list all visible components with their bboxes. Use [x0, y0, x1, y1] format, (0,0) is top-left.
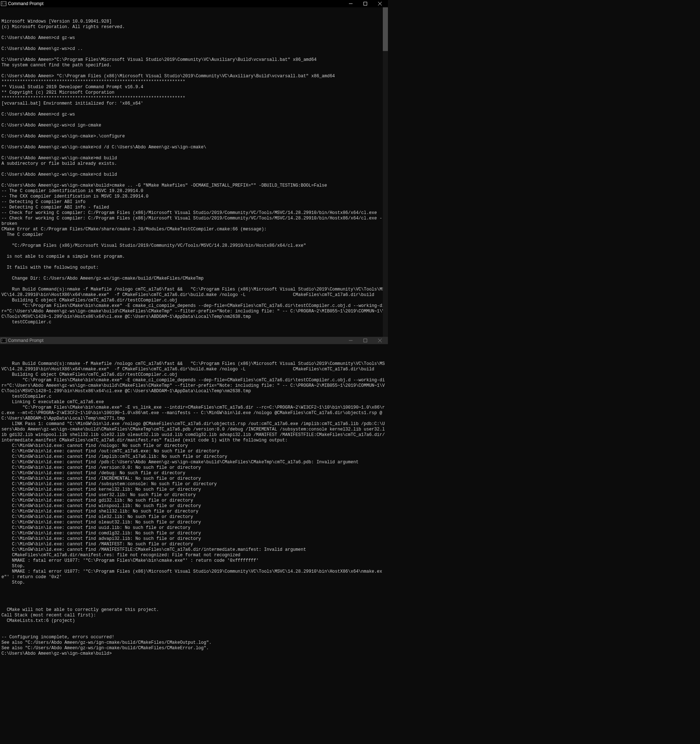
maximize-button[interactable] — [358, 0, 372, 7]
terminal-line — [1, 271, 386, 276]
terminal-line: Building C object CMakeFiles/cmTC_a17a6.… — [1, 298, 386, 303]
terminal-line: C:\Users\Abdo Ameen>cd gz-ws — [1, 112, 386, 118]
terminal-line — [1, 585, 386, 591]
scrollbar-1[interactable] — [383, 7, 388, 337]
terminal-line: "C:/Program Files (x86)/Microsoft Visual… — [1, 243, 386, 248]
terminal-line: C:\MinGW\bin\ld.exe: cannot find kernel3… — [1, 487, 386, 493]
terminal-line: "C:\Program Files\CMake\bin\cmake.exe" -… — [1, 378, 386, 394]
terminal-line: Stop. — [1, 580, 386, 585]
terminal-line: It fails with the following output: — [1, 265, 386, 271]
titlebar-2[interactable]: C:\ Command Prompt — [0, 337, 388, 344]
terminal-line: Linking C executable cmTC_a17a6.exe — [1, 400, 386, 405]
terminal-line: (c) Microsoft Corporation. All rights re… — [1, 24, 386, 30]
terminal-line: CMake Error at C:/Program Files/CMake/sh… — [1, 227, 386, 232]
terminal-line: is not able to compile a simple test pro… — [1, 254, 386, 260]
terminal-line: testCCompiler.c — [1, 394, 386, 400]
terminal-line: NMAKE : fatal error U1077: '"C:\Program … — [1, 569, 386, 580]
terminal-line: -- Check for working C compiler: C:/Prog… — [1, 210, 386, 216]
terminal-line: C:\MinGW\bin\ld.exe: cannot find user32.… — [1, 493, 386, 498]
minimize-button[interactable] — [343, 337, 358, 344]
terminal-line: C:\MinGW\bin\ld.exe: cannot find /nologo… — [1, 443, 386, 449]
terminal-line — [1, 260, 386, 265]
terminal-line: NMAKE : fatal error U1077: '"C:\Program … — [1, 558, 386, 564]
terminal-line: ** Copyright (c) 2021 Microsoft Corporat… — [1, 90, 386, 95]
terminal-line: -- Detecting C compiler ABI info - faile… — [1, 205, 386, 210]
close-button[interactable] — [372, 0, 387, 7]
terminal-line — [1, 106, 386, 112]
window-controls-2 — [343, 337, 387, 344]
terminal-line: C:\Users\Abdo Ameen\gz-ws\ign-cmake>cd b… — [1, 172, 386, 177]
terminal-line: C:\Users\Abdo Ameen\gz-ws>cd ign-cmake — [1, 123, 386, 128]
terminal-line: C:\Users\Abdo Ameen\gz-ws\ign-cmake>.\co… — [1, 134, 386, 139]
terminal-line: C:\MinGW\bin\ld.exe: cannot find /INCREM… — [1, 476, 386, 482]
cmd-icon: C:\ — [1, 338, 7, 344]
terminal-line — [1, 128, 386, 134]
window-controls-1 — [343, 0, 387, 7]
terminal-line: C:\MinGW\bin\ld.exe: cannot find /pdb:C:… — [1, 460, 386, 465]
terminal-line: The C compiler — [1, 232, 386, 238]
terminal-line: C:\Users\Abdo Ameen>"C:\Program Files\Mi… — [1, 57, 386, 63]
terminal-line — [1, 139, 386, 145]
terminal-line: ** Visual Studio 2019 Developer Command … — [1, 85, 386, 90]
close-button[interactable] — [372, 337, 387, 344]
svg-rect-3 — [364, 2, 367, 6]
terminal-line: CMakeLists.txt:6 (project) — [1, 618, 386, 624]
terminal-line: C:\MinGW\bin\ld.exe: cannot find ole32.l… — [1, 514, 386, 520]
terminal-line: C:\MinGW\bin\ld.exe: cannot find winspoo… — [1, 503, 386, 509]
terminal-line — [1, 281, 386, 287]
terminal-line: -- Detecting C compiler ABI info — [1, 199, 386, 205]
terminal-line — [1, 356, 386, 361]
terminal-line: Microsoft Windows [Version 10.0.19041.92… — [1, 19, 386, 24]
terminal-line: See also "C:/Users/Abdo Ameen/gz-ws/ign-… — [1, 640, 386, 646]
window-title-2: Command Prompt — [8, 338, 343, 343]
terminal-line: C:\MinGW\bin\ld.exe: cannot find comdlg3… — [1, 531, 386, 536]
terminal-line: C:\MinGW\bin\ld.exe: cannot find /implib… — [1, 454, 386, 460]
terminal-line — [1, 597, 386, 602]
terminal-line: Change Dir: C:/Users/Abdo Ameen/gz-ws/ig… — [1, 276, 386, 281]
terminal-line: C:\MinGW\bin\ld.exe: cannot find uuid.li… — [1, 525, 386, 531]
terminal-line — [1, 591, 386, 597]
terminal-line — [1, 602, 386, 607]
terminal-line: A subdirectory or file build already exi… — [1, 161, 386, 167]
terminal-output-2[interactable]: Run Build Command(s):nmake -f Makefile /… — [0, 344, 388, 657]
terminal-line: C:\Users\Abdo Ameen\gz-ws>cd .. — [1, 46, 386, 52]
terminal-line: C:\MinGW\bin\ld.exe: cannot find /MANIFE… — [1, 542, 386, 547]
terminal-line: C:\MinGW\bin\ld.exe: cannot find advapi3… — [1, 536, 386, 542]
terminal-line: See also "C:/Users/Abdo Ameen/gz-ws/ign-… — [1, 646, 386, 651]
terminal-line: C:\MinGW\bin\ld.exe: cannot find shell32… — [1, 509, 386, 514]
minimize-button[interactable] — [343, 0, 358, 7]
terminal-line: C:\Users\Abdo Ameen\gz-ws\ign-cmake\buil… — [1, 183, 386, 189]
terminal-line: ****************************************… — [1, 95, 386, 101]
terminal-line: Run Build Command(s):nmake -f Makefile /… — [1, 287, 386, 298]
terminal-line: C:\MinGW\bin\ld.exe: cannot find oleaut3… — [1, 520, 386, 525]
terminal-line: The system cannot find the path specifie… — [1, 63, 386, 68]
terminal-line: C:\Users\Abdo Ameen> "C:\Program Files (… — [1, 74, 386, 79]
terminal-line — [1, 238, 386, 243]
terminal-line: -- Configuring incomplete, errors occurr… — [1, 635, 386, 640]
terminal-line: LINK Pass 1: command "C:\MinGW\bin\ld.ex… — [1, 421, 386, 443]
terminal-line: -- Check for working C compiler: C:/Prog… — [1, 216, 386, 227]
terminal-output-1[interactable]: Microsoft Windows [Version 10.0.19041.92… — [0, 7, 388, 337]
terminal-line: C:\MinGW\bin\ld.exe: cannot find /subsys… — [1, 482, 386, 487]
terminal-line: CMake will not be able to correctly gene… — [1, 607, 386, 613]
terminal-line — [1, 177, 386, 183]
command-prompt-window-2: C:\ Command Prompt Run Build Command(s):… — [0, 337, 388, 657]
maximize-button[interactable] — [358, 337, 372, 344]
terminal-line — [1, 118, 386, 123]
terminal-line — [1, 167, 386, 172]
terminal-line: -- The CXX compiler identification is MS… — [1, 194, 386, 199]
terminal-line: -- The C compiler identification is MSVC… — [1, 189, 386, 194]
terminal-line: CMakeFiles\cmTC_a17a6.dir/manifest.res: … — [1, 553, 386, 558]
terminal-line — [1, 52, 386, 57]
terminal-line — [1, 248, 386, 254]
terminal-line — [1, 629, 386, 635]
terminal-line: C:\Users\Abdo Ameen\gz-ws\ign-cmake\buil… — [1, 651, 386, 656]
cmd-icon: C:\ — [1, 1, 7, 7]
terminal-line: ****************************************… — [1, 79, 386, 85]
terminal-line — [1, 624, 386, 629]
terminal-line — [1, 30, 386, 35]
scrollbar-thumb-1[interactable] — [383, 7, 388, 51]
terminal-line: Stop. — [1, 564, 386, 569]
titlebar-1[interactable]: C:\ Command Prompt — [0, 0, 388, 7]
terminal-line — [1, 41, 386, 46]
